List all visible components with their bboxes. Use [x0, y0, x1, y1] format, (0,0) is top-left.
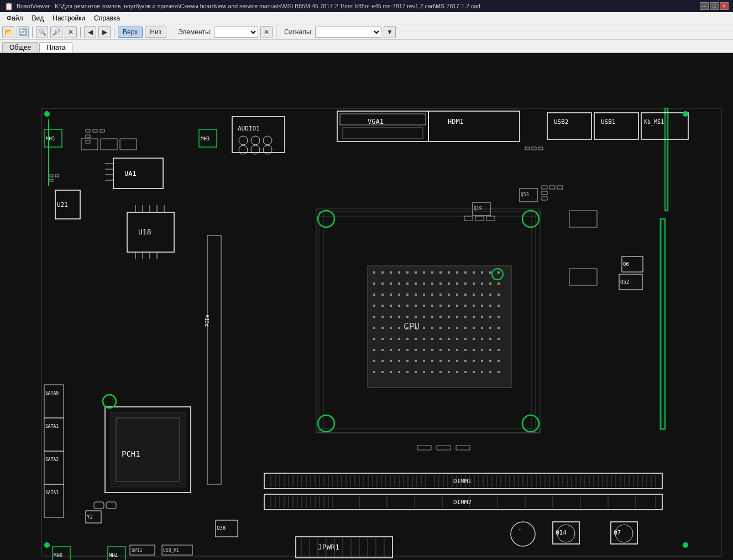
toolbar-btn-prev[interactable]: ◀ [84, 26, 96, 38]
svg-rect-57 [406, 271, 409, 274]
svg-rect-195 [489, 360, 491, 362]
pcb-canvas: VGA1 HDMI AUDIO1 USB2 USB1 Kb_MS1 MH5 [0, 53, 733, 560]
menu-help[interactable]: Справка [90, 13, 124, 23]
svg-rect-135 [390, 327, 392, 329]
svg-rect-209 [473, 371, 475, 373]
svg-rect-170 [415, 349, 417, 351]
svg-rect-133 [373, 327, 375, 329]
svg-rect-208 [464, 371, 467, 373]
svg-rect-59 [423, 271, 425, 274]
svg-text:USB2: USB2 [554, 118, 569, 125]
view-top-button[interactable]: Верх [118, 27, 143, 38]
svg-rect-159 [456, 338, 458, 340]
svg-rect-210 [481, 371, 483, 373]
svg-rect-148 [498, 327, 500, 329]
svg-rect-103 [390, 305, 392, 307]
board-area[interactable]: VGA1 HDMI AUDIO1 USB2 USB1 Kb_MS1 MH5 [0, 53, 733, 560]
svg-rect-121 [406, 316, 409, 318]
svg-rect-118 [381, 316, 384, 318]
svg-rect-204 [431, 371, 433, 373]
svg-rect-106 [415, 305, 417, 307]
svg-rect-83 [489, 282, 491, 285]
svg-rect-90 [415, 294, 417, 296]
svg-rect-88 [398, 294, 400, 296]
tab-general[interactable]: Общее [2, 42, 38, 53]
view-bottom-button[interactable]: Низ [145, 27, 166, 38]
svg-rect-0 [0, 53, 733, 560]
svg-text:MH5: MH5 [46, 136, 55, 142]
svg-rect-81 [473, 282, 475, 285]
svg-rect-202 [415, 371, 417, 373]
svg-rect-71 [390, 282, 392, 285]
signals-label: Сигналы: [284, 28, 313, 36]
svg-rect-100 [498, 294, 500, 296]
svg-rect-77 [439, 282, 442, 285]
svg-text:Kb_MS1: Kb_MS1 [644, 119, 664, 125]
svg-rect-166 [381, 349, 384, 351]
toolbar-sep-2 [80, 27, 81, 38]
svg-rect-130 [481, 316, 483, 318]
tab-board[interactable]: Плата [39, 42, 72, 53]
svg-text:+: + [519, 527, 522, 532]
svg-rect-125 [439, 316, 442, 318]
svg-rect-66 [481, 271, 483, 274]
svg-rect-189 [439, 360, 442, 362]
elements-select[interactable] [214, 27, 258, 38]
minimize-button[interactable]: ─ [700, 2, 709, 10]
svg-text:UA1: UA1 [124, 170, 137, 177]
title-text: BoardViewer - K:\Для ремонтов компов, но… [17, 3, 700, 9]
svg-rect-167 [390, 349, 392, 351]
svg-rect-162 [481, 338, 483, 340]
svg-rect-89 [406, 294, 409, 296]
signals-dropdown-button[interactable]: ▼ [384, 26, 396, 38]
tabbar: Общее Плата [0, 40, 733, 53]
signals-select[interactable] [315, 27, 381, 38]
svg-rect-134 [381, 327, 384, 329]
toolbar-btn-refresh[interactable]: 🔄 [17, 26, 29, 38]
svg-rect-129 [473, 316, 475, 318]
svg-text:PCIe: PCIe [205, 315, 210, 327]
app-icon: 📋 [4, 2, 13, 11]
svg-rect-53 [373, 271, 375, 274]
svg-rect-110 [448, 305, 450, 307]
svg-rect-116 [498, 305, 500, 307]
toolbar-btn-zoom-out[interactable]: 🔎 [50, 26, 62, 38]
svg-rect-126 [448, 316, 450, 318]
svg-rect-142 [448, 327, 450, 329]
svg-rect-75 [423, 282, 425, 285]
svg-rect-80 [464, 282, 467, 285]
menu-file[interactable]: Файл [2, 13, 28, 23]
svg-rect-132 [498, 316, 500, 318]
toolbar-btn-open[interactable]: 📂 [2, 26, 14, 38]
toolbar: 📂 🔄 🔍 🔎 ✕ ◀ ▶ Верх Низ Элементы: ✕ Сигна… [0, 24, 733, 40]
toolbar-sep-5 [276, 27, 276, 38]
svg-rect-74 [415, 282, 417, 285]
svg-text:USB1: USB1 [601, 118, 616, 125]
svg-rect-101 [373, 305, 375, 307]
svg-rect-160 [464, 338, 467, 340]
menu-view[interactable]: Вид [28, 13, 49, 23]
toolbar-btn-next[interactable]: ▶ [98, 26, 111, 38]
close-button[interactable]: ✕ [720, 2, 729, 10]
toolbar-sep-3 [114, 27, 114, 38]
svg-rect-73 [406, 282, 409, 285]
svg-text:CPU: CPU [404, 321, 420, 332]
elements-clear-button[interactable]: ✕ [260, 26, 273, 38]
svg-rect-64 [464, 271, 467, 274]
svg-rect-60 [431, 271, 433, 274]
svg-text:Q52: Q52 [620, 279, 629, 285]
toolbar-btn-zoom-in[interactable]: 🔍 [36, 26, 48, 38]
svg-rect-127 [456, 316, 458, 318]
svg-rect-98 [481, 294, 483, 296]
svg-text:Q38: Q38 [217, 525, 226, 531]
svg-rect-194 [481, 360, 483, 362]
toolbar-btn-cancel[interactable]: ✕ [65, 26, 77, 38]
titlebar: 📋 BoardViewer - K:\Для ремонтов компов, … [0, 0, 733, 12]
maximize-button[interactable]: □ [710, 2, 719, 10]
svg-rect-86 [381, 294, 384, 296]
svg-rect-181 [373, 360, 375, 362]
svg-text:USB_H1: USB_H1 [163, 548, 179, 553]
svg-rect-192 [464, 360, 467, 362]
menu-settings[interactable]: Настройки [48, 13, 90, 23]
svg-text:U21: U21 [57, 201, 68, 208]
